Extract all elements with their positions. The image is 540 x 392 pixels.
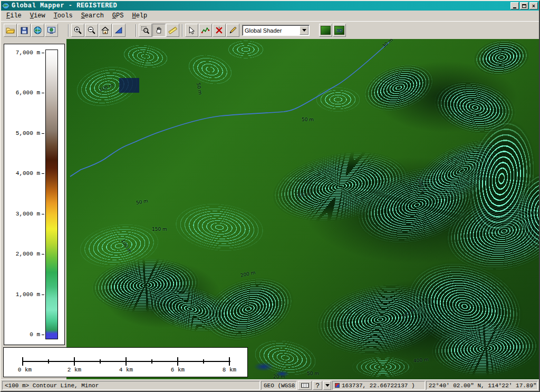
scale-tick [229,357,230,366]
maximize-icon [522,4,526,8]
zoom-in-icon [73,26,82,35]
scale-tick [48,359,49,364]
scale-tick [203,359,204,364]
zoom-out-button[interactable] [85,24,98,37]
menu-gps[interactable]: GPS [108,11,128,21]
path-profile-icon [201,26,210,35]
status-coordinates-panel: 163737, 22.66722137 ) [332,381,425,390]
zoom-out-icon [87,26,96,35]
terrain-3d-icon: 3D [334,26,344,35]
minimize-icon [513,7,516,8]
digitizer-tool-button[interactable] [226,24,239,37]
chevron-down-icon [302,29,306,32]
red-x-icon [215,26,224,35]
window-title: Global Mapper - REGISTERED [12,2,509,9]
keyboard-button[interactable] [298,381,312,390]
open-button[interactable] [4,24,17,37]
arrow-cursor-icon [187,26,196,35]
contour-label: 150 m [152,227,167,232]
contour-label: 30 m [381,39,394,49]
global-mapper-window: Global Mapper - REGISTERED × File View T… [0,0,540,392]
toolbar-separator [182,24,183,37]
maximize-button[interactable] [520,2,528,9]
legend-tick-3000: 3,000 m [16,211,40,217]
legend-tick-5000: 5,000 m [16,130,40,136]
toolbar-separator [136,24,137,37]
status-expand-button[interactable] [323,381,331,390]
contour-rings [314,86,362,113]
status-coordinates-dms: 22°40' 02.00" N, 114°22' 17.89" E [429,383,538,389]
scale-label-8km: 8 km [223,367,236,373]
scale-tick [151,359,152,364]
terrain-thumb-icon [321,26,331,35]
keyboard-icon [301,383,309,388]
full-view-button[interactable] [99,24,112,37]
shader-dropdown[interactable]: Global Shader [242,25,310,36]
legend-column: 7,000 m 6,000 m 5,000 m 4,000 m 3,000 m … [1,39,66,379]
menu-tools[interactable]: Tools [50,11,77,21]
close-button[interactable]: × [529,2,538,9]
select-tool-button[interactable] [185,24,198,37]
contour-label: 20 m [273,374,285,379]
control-center-button[interactable] [45,24,58,37]
toolbar-gap [312,30,319,31]
legend-tick-2000: 2,000 m [16,251,40,257]
zoom-in-button[interactable] [71,24,84,37]
scale-label-2km: 2 km [68,367,81,373]
status-coordinates-dms-panel: 22°40' 02.00" N, 114°22' 17.89" E [426,381,538,390]
contour-label: 50 m [307,371,319,376]
status-projection-text: GEO (WGS8 [264,383,295,389]
shader-dropdown-value: Global Shader [243,27,300,34]
chevron-down-icon [325,384,330,387]
contour-rings [225,39,267,60]
menu-view[interactable]: View [26,11,50,21]
map-view[interactable]: 30 m 50 m 100 m 50 m 100 m 300 m 50 m 15… [66,39,539,379]
measure-tool-button[interactable] [166,24,179,37]
show-path-profile-map-button[interactable] [319,24,332,37]
globe-icon [33,26,42,35]
scale-label-6km: 6 km [171,367,185,373]
menu-bar: File View Tools Search GPS Help [1,11,539,21]
zoom-tool-button[interactable] [139,24,152,37]
scale-ramp-icon [114,26,123,35]
pen-icon [228,26,237,35]
path-profile-button[interactable] [199,24,212,37]
scale-label-0km: 0 km [18,367,32,373]
scale-label-4km: 4 km [119,367,133,373]
pan-hand-icon [155,26,163,35]
shader-dropdown-button[interactable] [300,26,308,35]
menu-search[interactable]: Search [77,11,108,21]
scale-tick [177,357,178,366]
scale-tick [100,359,101,364]
help-button[interactable]: ? [313,381,322,390]
pan-tool-button[interactable] [152,24,166,37]
scale-tick [126,357,127,366]
legend-tick-7000: 7,000 m [16,50,40,56]
save-button[interactable] [17,24,31,37]
open-folder-icon [6,26,15,35]
minimize-button[interactable] [510,2,519,9]
legend-tick-0: 0 m [30,331,40,338]
save-floppy-icon [20,26,28,35]
view-3d-button[interactable]: 3D [333,24,346,37]
status-bar: <100 m> Contour Line, Minor GEO (WGS8 ? … [1,379,539,391]
clear-measure-button[interactable] [213,24,226,37]
scale-bar-panel: 0 km 2 km 4 km 6 km 8 km [3,347,248,377]
elevation-colorbar [45,50,58,339]
menu-help[interactable]: Help [128,11,151,21]
menu-file[interactable]: File [2,11,26,21]
contour-label: 50 m [136,198,148,205]
toolbar-separator [68,24,69,37]
main-area: 7,000 m 6,000 m 5,000 m 4,000 m 3,000 m … [1,39,539,379]
contour-rings [170,198,269,257]
online-data-button[interactable] [31,24,44,37]
toolbar-gap [126,30,133,31]
zoom-scale-button[interactable] [112,24,126,37]
title-bar[interactable]: Global Mapper - REGISTERED × [1,1,539,11]
water-body [252,361,275,372]
status-tool-text: <100 m> Contour Line, Minor [5,383,99,389]
screen-globe-icon [47,26,56,35]
toolbar: Global Shader 3D [1,21,539,39]
ruler-icon [168,26,177,35]
contour-label: 50 m [302,117,314,122]
